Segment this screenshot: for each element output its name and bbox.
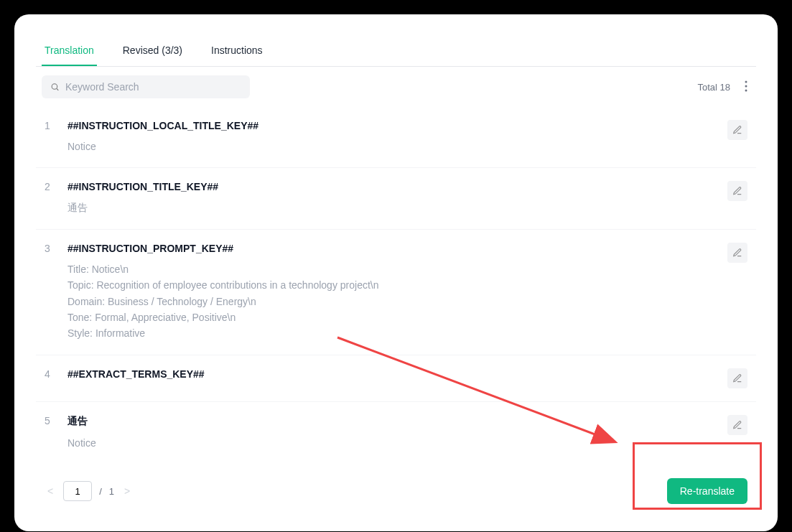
edit-button[interactable] bbox=[727, 415, 747, 435]
list-item: 5 通告 Notice bbox=[36, 402, 756, 464]
item-subtitle: Notice bbox=[67, 139, 713, 154]
items-list: 1 ##INSTRUCTION_LOCAL_TITLE_KEY## Notice… bbox=[36, 107, 756, 464]
tab-instructions[interactable]: Instructions bbox=[208, 36, 266, 66]
item-actions bbox=[727, 181, 747, 215]
edit-button[interactable] bbox=[727, 120, 747, 140]
svg-point-2 bbox=[745, 80, 747, 83]
pencil-icon bbox=[732, 125, 742, 135]
svg-point-0 bbox=[52, 84, 57, 90]
search-icon bbox=[50, 82, 60, 92]
pencil-icon bbox=[732, 186, 742, 196]
item-title: ##INSTRUCTION_TITLE_KEY## bbox=[67, 181, 713, 192]
svg-point-4 bbox=[745, 89, 747, 91]
pencil-icon bbox=[732, 420, 742, 430]
item-title: ##EXTRACT_TERMS_KEY## bbox=[67, 368, 713, 380]
edit-button[interactable] bbox=[727, 181, 747, 201]
footer: < / 1 > Re-translate bbox=[36, 464, 756, 510]
pencil-icon bbox=[732, 248, 742, 258]
pagination: < / 1 > bbox=[45, 481, 133, 501]
item-content: ##INSTRUCTION_LOCAL_TITLE_KEY## Notice bbox=[67, 120, 713, 154]
item-number: 3 bbox=[45, 243, 53, 342]
pencil-icon bbox=[732, 373, 742, 383]
list-item: 3 ##INSTRUCTION_PROMPT_KEY## Title: Noti… bbox=[36, 230, 756, 355]
tab-translation[interactable]: Translation bbox=[42, 36, 97, 66]
item-number: 4 bbox=[45, 368, 53, 388]
tab-revised[interactable]: Revised (3/3) bbox=[120, 36, 185, 66]
item-actions bbox=[727, 415, 747, 451]
tabs-bar: Translation Revised (3/3) Instructions bbox=[36, 36, 756, 67]
retranslate-button[interactable]: Re-translate bbox=[667, 478, 747, 504]
next-page-button[interactable]: > bbox=[121, 482, 133, 500]
item-actions bbox=[727, 243, 747, 342]
list-item: 4 ##EXTRACT_TERMS_KEY## bbox=[36, 355, 756, 402]
item-number: 2 bbox=[45, 181, 53, 215]
item-subtitle: 通告 bbox=[67, 200, 713, 215]
search-box[interactable] bbox=[42, 75, 250, 98]
toolbar-right: Total 18 bbox=[697, 78, 750, 97]
toolbar: Total 18 bbox=[36, 67, 756, 107]
page-input[interactable] bbox=[63, 481, 92, 501]
list-item: 1 ##INSTRUCTION_LOCAL_TITLE_KEY## Notice bbox=[36, 107, 756, 168]
item-number: 5 bbox=[45, 415, 53, 451]
page-total: 1 bbox=[109, 486, 114, 497]
translation-panel: Translation Revised (3/3) Instructions T… bbox=[36, 36, 756, 510]
item-actions bbox=[727, 368, 747, 388]
item-subtitle: Notice bbox=[67, 435, 713, 451]
more-menu-icon[interactable] bbox=[742, 78, 750, 97]
page-separator: / bbox=[99, 486, 102, 497]
list-item: 2 ##INSTRUCTION_TITLE_KEY## 通告 bbox=[36, 168, 756, 229]
item-title: ##INSTRUCTION_PROMPT_KEY## bbox=[67, 243, 713, 254]
total-count-label: Total 18 bbox=[697, 82, 730, 93]
item-subtitle: Title: Notice\n Topic: Recognition of em… bbox=[67, 261, 713, 342]
item-content: 通告 Notice bbox=[67, 415, 713, 451]
svg-line-1 bbox=[57, 89, 58, 90]
item-content: ##INSTRUCTION_TITLE_KEY## 通告 bbox=[67, 181, 713, 215]
item-actions bbox=[727, 120, 747, 154]
edit-button[interactable] bbox=[727, 243, 747, 263]
item-number: 1 bbox=[45, 120, 53, 154]
search-input[interactable] bbox=[65, 81, 241, 93]
item-content: ##INSTRUCTION_PROMPT_KEY## Title: Notice… bbox=[67, 243, 713, 342]
prev-page-button[interactable]: < bbox=[45, 482, 56, 500]
edit-button[interactable] bbox=[727, 368, 747, 388]
item-content: ##EXTRACT_TERMS_KEY## bbox=[67, 368, 713, 388]
svg-point-3 bbox=[745, 85, 747, 87]
app-frame: Translation Revised (3/3) Instructions T… bbox=[14, 14, 778, 531]
item-title: ##INSTRUCTION_LOCAL_TITLE_KEY## bbox=[67, 120, 713, 131]
item-title: 通告 bbox=[67, 415, 713, 428]
